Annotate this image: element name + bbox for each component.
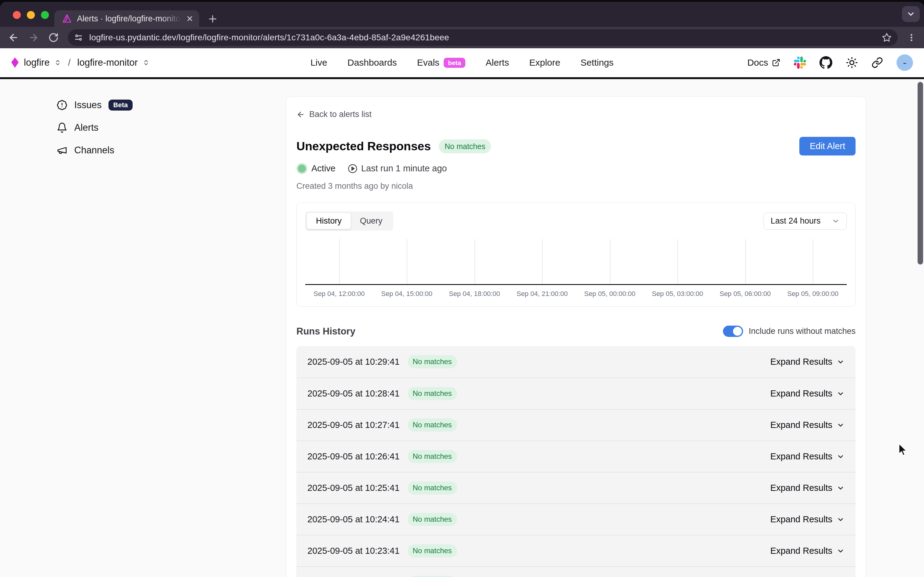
theme-sun-icon[interactable] [846,56,858,69]
run-timestamp: 2025-09-05 at 10:23:41 [307,546,400,556]
new-tab-button[interactable] [207,13,218,24]
expand-results-button[interactable]: Expand Results [770,483,845,493]
tab-query[interactable]: Query [351,213,392,229]
runs-list: 2025-09-05 at 10:29:41 No matches Expand… [297,346,856,577]
x-tick-label: Sep 05, 06:00:00 [711,290,779,298]
edit-alert-button[interactable]: Edit Alert [799,137,856,155]
tab-history[interactable]: History [307,213,351,229]
browser-tab-strip: Alerts · logfire/logfire-monitor [0,2,924,27]
x-tick-label: Sep 04, 15:00:00 [373,290,441,298]
run-status-badge: No matches [408,513,457,526]
expand-results-button[interactable]: Expand Results [770,514,845,524]
run-row: 2025-09-05 at 10:22:41 No matches Expand… [297,566,856,577]
tab-close-icon[interactable] [186,15,194,23]
browser-menu-icon[interactable] [907,33,916,42]
run-row: 2025-09-05 at 10:28:41 No matches Expand… [297,377,856,409]
nav-live[interactable]: Live [310,57,327,68]
reload-icon[interactable] [48,32,59,43]
history-chart-x-axis: Sep 04, 12:00:00 Sep 04, 15:00:00 Sep 04… [305,290,847,298]
run-status-badge: No matches [408,544,457,558]
evals-beta-badge: beta [443,58,465,68]
include-runs-toggle-label: Include runs without matches [748,327,856,336]
run-timestamp: 2025-09-05 at 10:28:41 [307,388,400,399]
sidebar-item-alerts[interactable]: Alerts [56,121,132,135]
include-runs-toggle[interactable] [723,326,743,337]
x-tick-label: Sep 04, 12:00:00 [305,290,373,298]
last-run: Last run 1 minute ago [348,163,447,174]
sidebar: Issues Beta Alerts [56,98,132,157]
screenshot-root: Alerts · logfire/logfire-monitor [0,0,924,577]
nav-alerts[interactable]: Alerts [485,57,509,68]
nav-explore[interactable]: Explore [529,57,560,68]
github-icon[interactable] [819,56,832,69]
unfold-icon[interactable] [55,59,61,66]
page-scrollbar-thumb[interactable] [918,82,923,264]
expand-results-button[interactable]: Expand Results [770,388,845,399]
unfold-icon[interactable] [143,59,149,66]
logfire-logo [11,57,19,68]
nav-evals[interactable]: Evals beta [417,57,466,68]
window-controls [13,11,49,19]
badge-alert-icon [56,100,68,111]
expand-results-button[interactable]: Expand Results [770,357,845,367]
slack-icon[interactable] [794,56,806,69]
app-header: logfire / logfire-monitor Live Dashboard… [0,48,924,77]
runs-history-header: Runs History Include runs without matche… [297,326,856,337]
x-tick-label: Sep 05, 03:00:00 [644,290,712,298]
user-avatar[interactable]: - [897,54,913,71]
run-row: 2025-09-05 at 10:29:41 No matches Expand… [297,346,856,377]
issues-beta-badge: Beta [108,100,133,111]
org-switcher[interactable]: logfire [24,57,50,68]
run-row: 2025-09-05 at 10:24:41 No matches Expand… [297,503,856,535]
share-link-icon[interactable] [871,57,883,68]
active-status-dot [298,164,306,172]
window-minimize-button[interactable] [27,11,35,19]
window-zoom-button[interactable] [41,11,49,19]
expand-results-button[interactable]: Expand Results [770,420,845,430]
time-range-select[interactable]: Last 24 hours [764,213,847,230]
docs-link[interactable]: Docs [747,57,780,68]
browser-window: Alerts · logfire/logfire-monitor [0,2,924,577]
alert-status-badge: No matches [439,139,491,153]
back-icon[interactable] [8,32,19,43]
history-chart-plot [305,239,847,285]
chevron-down-icon [832,217,840,225]
runs-history-title: Runs History [297,326,355,337]
window-close-button[interactable] [13,11,21,19]
back-to-alerts-link[interactable]: Back to alerts list [297,110,372,119]
browser-toolbar: logfire-us.pydantic.dev/logfire/logfire-… [0,27,924,48]
nav-dashboards[interactable]: Dashboards [347,57,397,68]
x-tick-label: Sep 05, 09:00:00 [779,290,847,298]
expand-results-button[interactable]: Expand Results [770,546,845,556]
history-query-tabs: History Query [305,211,393,230]
url-text[interactable]: logfire-us.pydantic.dev/logfire/logfire-… [89,33,876,42]
alert-title-row: Unexpected Responses No matches Edit Ale… [297,137,856,155]
address-bar[interactable]: logfire-us.pydantic.dev/logfire/logfire-… [68,29,898,46]
run-status-badge: No matches [408,450,457,463]
tab-title: Alerts · logfire/logfire-monitor [77,14,181,24]
sidebar-item-channels[interactable]: Channels [56,143,132,157]
alert-detail-card: Back to alerts list Unexpected Responses… [286,97,866,577]
run-status-badge: No matches [408,481,457,495]
run-row: 2025-09-05 at 10:25:41 No matches Expand… [297,472,856,503]
megaphone-icon [56,145,68,156]
nav-settings[interactable]: Settings [581,57,614,68]
main-nav: Live Dashboards Evals beta Alerts Explor… [310,57,614,68]
created-by-text: Created 3 months ago by nicola [297,181,856,191]
site-settings-icon[interactable] [74,33,83,42]
browser-tab-active[interactable]: Alerts · logfire/logfire-monitor [55,10,199,27]
forward-icon[interactable] [28,32,39,43]
sidebar-item-issues[interactable]: Issues Beta [56,98,132,112]
x-tick-label: Sep 05, 00:00:00 [576,290,644,298]
tab-search-button[interactable] [902,6,920,22]
bookmark-star-icon[interactable] [882,33,892,42]
alert-title: Unexpected Responses [297,140,431,153]
bell-icon [56,122,68,133]
history-panel: History Query Last 24 hours [297,203,856,307]
run-status-badge: No matches [408,387,457,400]
run-status-badge: No matches [408,576,457,577]
x-tick-label: Sep 04, 21:00:00 [508,290,576,298]
history-panel-header: History Query Last 24 hours [305,211,847,230]
expand-results-button[interactable]: Expand Results [770,451,845,461]
project-switcher[interactable]: logfire-monitor [77,57,138,68]
